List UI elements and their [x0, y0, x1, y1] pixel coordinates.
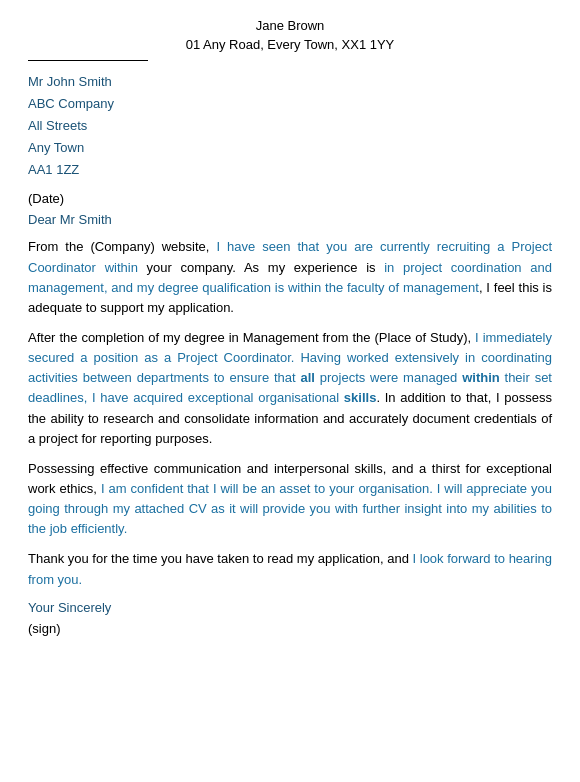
closing: Your Sincerely	[28, 600, 552, 615]
p1-text-2: your company. As my experience is	[138, 260, 384, 275]
sender-address: 01 Any Road, Every Town, XX1 1YY	[28, 37, 552, 52]
recipient-town: Any Town	[28, 137, 552, 159]
recipient-company: ABC Company	[28, 93, 552, 115]
recipient-name: Mr John Smith	[28, 71, 552, 93]
recipient-postcode: AA1 1ZZ	[28, 159, 552, 181]
paragraph-4: Thank you for the time you have taken to…	[28, 549, 552, 589]
paragraph-2: After the completion of my degree in Man…	[28, 328, 552, 449]
p2-text-1: After the completion of my degree in Man…	[28, 330, 475, 345]
paragraph-3: Possessing effective communication and i…	[28, 459, 552, 540]
p4-text-1: Thank you for the time you have taken to…	[28, 551, 413, 566]
recipient-block: Mr John Smith ABC Company All Streets An…	[28, 71, 552, 181]
date-line: (Date)	[28, 191, 552, 206]
recipient-street: All Streets	[28, 115, 552, 137]
header-section: Jane Brown 01 Any Road, Every Town, XX1 …	[28, 18, 552, 52]
sender-name: Jane Brown	[28, 18, 552, 33]
p1-text-1: From the (Company) website,	[28, 239, 216, 254]
sign: (sign)	[28, 621, 552, 636]
paragraph-1: From the (Company) website, I have seen …	[28, 237, 552, 318]
header-divider	[28, 60, 148, 61]
salutation: Dear Mr Smith	[28, 212, 552, 227]
p3-blue-1: I am confident that I will be an asset t…	[28, 481, 552, 536]
